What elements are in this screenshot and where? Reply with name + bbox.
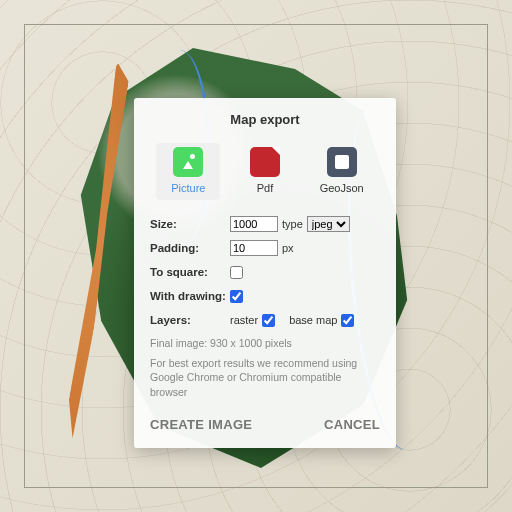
final-image-note: Final image: 930 x 1000 pixels — [150, 336, 380, 350]
geojson-icon — [327, 147, 357, 177]
to-square-checkbox[interactable] — [230, 266, 243, 279]
format-pdf[interactable]: Pdf — [233, 143, 297, 200]
basemap-checkbox[interactable] — [341, 314, 354, 327]
map-export-dialog: Map export Picture Pdf GeoJson Size: typ… — [134, 98, 396, 448]
format-geojson-label: GeoJson — [320, 182, 364, 194]
size-label: Size: — [150, 218, 230, 230]
picture-icon — [173, 147, 203, 177]
format-picture-label: Picture — [171, 182, 205, 194]
type-label: type — [282, 218, 303, 230]
browser-note: For best export results we recommend usi… — [150, 356, 380, 399]
format-geojson[interactable]: GeoJson — [310, 143, 374, 200]
raster-checkbox[interactable] — [262, 314, 275, 327]
with-drawing-label: With drawing: — [150, 290, 230, 302]
padding-label: Padding: — [150, 242, 230, 254]
cancel-button[interactable]: CANCEL — [324, 413, 380, 436]
px-label: px — [282, 242, 294, 254]
pdf-icon — [250, 147, 280, 177]
padding-input[interactable] — [230, 240, 278, 256]
format-picture[interactable]: Picture — [156, 143, 220, 200]
image-type-select[interactable]: jpeg — [307, 216, 350, 232]
dialog-title: Map export — [150, 112, 380, 127]
size-input[interactable] — [230, 216, 278, 232]
raster-label: raster — [230, 314, 258, 326]
format-row: Picture Pdf GeoJson — [150, 143, 380, 200]
create-image-button[interactable]: CREATE IMAGE — [150, 413, 252, 436]
with-drawing-checkbox[interactable] — [230, 290, 243, 303]
basemap-label: base map — [289, 314, 337, 326]
format-pdf-label: Pdf — [257, 182, 274, 194]
layers-label: Layers: — [150, 314, 230, 326]
to-square-label: To square: — [150, 266, 230, 278]
